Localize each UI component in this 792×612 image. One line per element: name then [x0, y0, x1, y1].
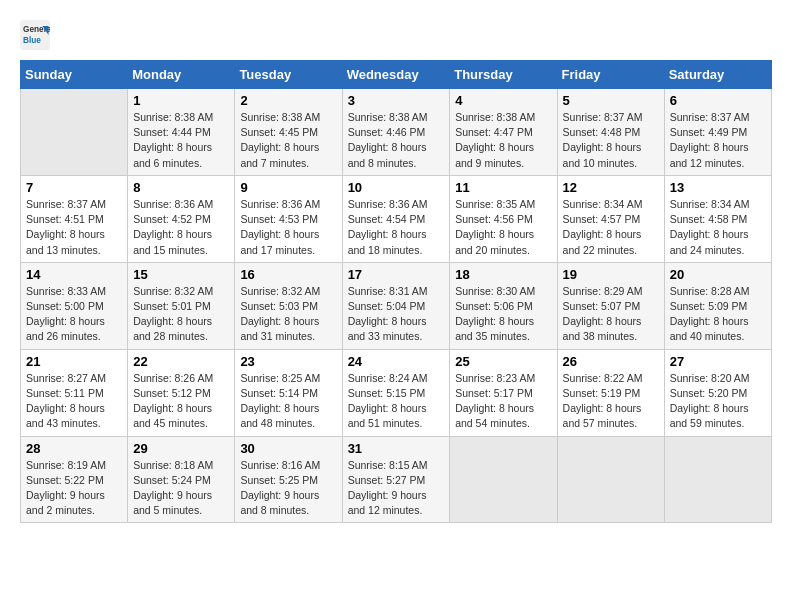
- calendar-cell: 30Sunrise: 8:16 AM Sunset: 5:25 PM Dayli…: [235, 436, 342, 523]
- calendar-cell: [664, 436, 771, 523]
- calendar-week-row: 21Sunrise: 8:27 AM Sunset: 5:11 PM Dayli…: [21, 349, 772, 436]
- day-info: Sunrise: 8:35 AM Sunset: 4:56 PM Dayligh…: [455, 198, 535, 256]
- calendar-cell: 6Sunrise: 8:37 AM Sunset: 4:49 PM Daylig…: [664, 89, 771, 176]
- day-number: 21: [26, 354, 122, 369]
- calendar-cell: 24Sunrise: 8:24 AM Sunset: 5:15 PM Dayli…: [342, 349, 450, 436]
- logo-icon: General Blue: [20, 20, 50, 50]
- calendar-cell: 2Sunrise: 8:38 AM Sunset: 4:45 PM Daylig…: [235, 89, 342, 176]
- calendar-cell: 18Sunrise: 8:30 AM Sunset: 5:06 PM Dayli…: [450, 262, 557, 349]
- day-info: Sunrise: 8:26 AM Sunset: 5:12 PM Dayligh…: [133, 372, 213, 430]
- day-info: Sunrise: 8:32 AM Sunset: 5:03 PM Dayligh…: [240, 285, 320, 343]
- calendar-cell: 26Sunrise: 8:22 AM Sunset: 5:19 PM Dayli…: [557, 349, 664, 436]
- day-number: 19: [563, 267, 659, 282]
- day-info: Sunrise: 8:23 AM Sunset: 5:17 PM Dayligh…: [455, 372, 535, 430]
- day-number: 4: [455, 93, 551, 108]
- day-number: 25: [455, 354, 551, 369]
- calendar-cell: 3Sunrise: 8:38 AM Sunset: 4:46 PM Daylig…: [342, 89, 450, 176]
- day-number: 14: [26, 267, 122, 282]
- day-number: 26: [563, 354, 659, 369]
- day-info: Sunrise: 8:38 AM Sunset: 4:46 PM Dayligh…: [348, 111, 428, 169]
- calendar-cell: 5Sunrise: 8:37 AM Sunset: 4:48 PM Daylig…: [557, 89, 664, 176]
- calendar-cell: 25Sunrise: 8:23 AM Sunset: 5:17 PM Dayli…: [450, 349, 557, 436]
- day-number: 8: [133, 180, 229, 195]
- day-info: Sunrise: 8:16 AM Sunset: 5:25 PM Dayligh…: [240, 459, 320, 517]
- day-number: 7: [26, 180, 122, 195]
- day-info: Sunrise: 8:37 AM Sunset: 4:48 PM Dayligh…: [563, 111, 643, 169]
- calendar-cell: 7Sunrise: 8:37 AM Sunset: 4:51 PM Daylig…: [21, 175, 128, 262]
- day-info: Sunrise: 8:31 AM Sunset: 5:04 PM Dayligh…: [348, 285, 428, 343]
- day-info: Sunrise: 8:18 AM Sunset: 5:24 PM Dayligh…: [133, 459, 213, 517]
- day-info: Sunrise: 8:15 AM Sunset: 5:27 PM Dayligh…: [348, 459, 428, 517]
- weekday-header-cell: Wednesday: [342, 61, 450, 89]
- day-info: Sunrise: 8:38 AM Sunset: 4:45 PM Dayligh…: [240, 111, 320, 169]
- day-info: Sunrise: 8:28 AM Sunset: 5:09 PM Dayligh…: [670, 285, 750, 343]
- calendar-cell: 23Sunrise: 8:25 AM Sunset: 5:14 PM Dayli…: [235, 349, 342, 436]
- day-info: Sunrise: 8:37 AM Sunset: 4:49 PM Dayligh…: [670, 111, 750, 169]
- calendar-cell: 21Sunrise: 8:27 AM Sunset: 5:11 PM Dayli…: [21, 349, 128, 436]
- calendar-table: SundayMondayTuesdayWednesdayThursdayFrid…: [20, 60, 772, 523]
- weekday-header-cell: Tuesday: [235, 61, 342, 89]
- day-info: Sunrise: 8:24 AM Sunset: 5:15 PM Dayligh…: [348, 372, 428, 430]
- day-number: 2: [240, 93, 336, 108]
- calendar-cell: 27Sunrise: 8:20 AM Sunset: 5:20 PM Dayli…: [664, 349, 771, 436]
- calendar-cell: 11Sunrise: 8:35 AM Sunset: 4:56 PM Dayli…: [450, 175, 557, 262]
- day-number: 15: [133, 267, 229, 282]
- day-number: 5: [563, 93, 659, 108]
- day-number: 6: [670, 93, 766, 108]
- calendar-cell: 17Sunrise: 8:31 AM Sunset: 5:04 PM Dayli…: [342, 262, 450, 349]
- calendar-cell: 14Sunrise: 8:33 AM Sunset: 5:00 PM Dayli…: [21, 262, 128, 349]
- calendar-cell: 10Sunrise: 8:36 AM Sunset: 4:54 PM Dayli…: [342, 175, 450, 262]
- day-info: Sunrise: 8:33 AM Sunset: 5:00 PM Dayligh…: [26, 285, 106, 343]
- day-number: 30: [240, 441, 336, 456]
- day-info: Sunrise: 8:32 AM Sunset: 5:01 PM Dayligh…: [133, 285, 213, 343]
- day-number: 31: [348, 441, 445, 456]
- calendar-week-row: 1Sunrise: 8:38 AM Sunset: 4:44 PM Daylig…: [21, 89, 772, 176]
- day-info: Sunrise: 8:22 AM Sunset: 5:19 PM Dayligh…: [563, 372, 643, 430]
- calendar-cell: 29Sunrise: 8:18 AM Sunset: 5:24 PM Dayli…: [128, 436, 235, 523]
- day-info: Sunrise: 8:36 AM Sunset: 4:52 PM Dayligh…: [133, 198, 213, 256]
- day-info: Sunrise: 8:38 AM Sunset: 4:44 PM Dayligh…: [133, 111, 213, 169]
- calendar-cell: 1Sunrise: 8:38 AM Sunset: 4:44 PM Daylig…: [128, 89, 235, 176]
- calendar-cell: 8Sunrise: 8:36 AM Sunset: 4:52 PM Daylig…: [128, 175, 235, 262]
- day-number: 29: [133, 441, 229, 456]
- calendar-cell: [557, 436, 664, 523]
- day-info: Sunrise: 8:34 AM Sunset: 4:57 PM Dayligh…: [563, 198, 643, 256]
- weekday-header-cell: Thursday: [450, 61, 557, 89]
- calendar-cell: 15Sunrise: 8:32 AM Sunset: 5:01 PM Dayli…: [128, 262, 235, 349]
- calendar-cell: 4Sunrise: 8:38 AM Sunset: 4:47 PM Daylig…: [450, 89, 557, 176]
- calendar-cell: [21, 89, 128, 176]
- day-info: Sunrise: 8:38 AM Sunset: 4:47 PM Dayligh…: [455, 111, 535, 169]
- day-number: 18: [455, 267, 551, 282]
- day-info: Sunrise: 8:36 AM Sunset: 4:54 PM Dayligh…: [348, 198, 428, 256]
- day-number: 11: [455, 180, 551, 195]
- weekday-header-cell: Monday: [128, 61, 235, 89]
- day-number: 10: [348, 180, 445, 195]
- day-number: 28: [26, 441, 122, 456]
- weekday-header-cell: Saturday: [664, 61, 771, 89]
- calendar-week-row: 14Sunrise: 8:33 AM Sunset: 5:00 PM Dayli…: [21, 262, 772, 349]
- calendar-cell: 31Sunrise: 8:15 AM Sunset: 5:27 PM Dayli…: [342, 436, 450, 523]
- calendar-week-row: 7Sunrise: 8:37 AM Sunset: 4:51 PM Daylig…: [21, 175, 772, 262]
- day-info: Sunrise: 8:36 AM Sunset: 4:53 PM Dayligh…: [240, 198, 320, 256]
- day-info: Sunrise: 8:29 AM Sunset: 5:07 PM Dayligh…: [563, 285, 643, 343]
- day-number: 17: [348, 267, 445, 282]
- weekday-header-row: SundayMondayTuesdayWednesdayThursdayFrid…: [21, 61, 772, 89]
- calendar-cell: 12Sunrise: 8:34 AM Sunset: 4:57 PM Dayli…: [557, 175, 664, 262]
- calendar-cell: 28Sunrise: 8:19 AM Sunset: 5:22 PM Dayli…: [21, 436, 128, 523]
- calendar-week-row: 28Sunrise: 8:19 AM Sunset: 5:22 PM Dayli…: [21, 436, 772, 523]
- day-info: Sunrise: 8:20 AM Sunset: 5:20 PM Dayligh…: [670, 372, 750, 430]
- day-number: 9: [240, 180, 336, 195]
- logo: General Blue: [20, 20, 54, 50]
- calendar-body: 1Sunrise: 8:38 AM Sunset: 4:44 PM Daylig…: [21, 89, 772, 523]
- calendar-cell: 20Sunrise: 8:28 AM Sunset: 5:09 PM Dayli…: [664, 262, 771, 349]
- calendar-cell: 13Sunrise: 8:34 AM Sunset: 4:58 PM Dayli…: [664, 175, 771, 262]
- day-number: 3: [348, 93, 445, 108]
- weekday-header-cell: Friday: [557, 61, 664, 89]
- day-number: 1: [133, 93, 229, 108]
- svg-text:Blue: Blue: [23, 36, 41, 45]
- calendar-cell: 9Sunrise: 8:36 AM Sunset: 4:53 PM Daylig…: [235, 175, 342, 262]
- day-number: 13: [670, 180, 766, 195]
- day-info: Sunrise: 8:30 AM Sunset: 5:06 PM Dayligh…: [455, 285, 535, 343]
- day-info: Sunrise: 8:19 AM Sunset: 5:22 PM Dayligh…: [26, 459, 106, 517]
- day-info: Sunrise: 8:37 AM Sunset: 4:51 PM Dayligh…: [26, 198, 106, 256]
